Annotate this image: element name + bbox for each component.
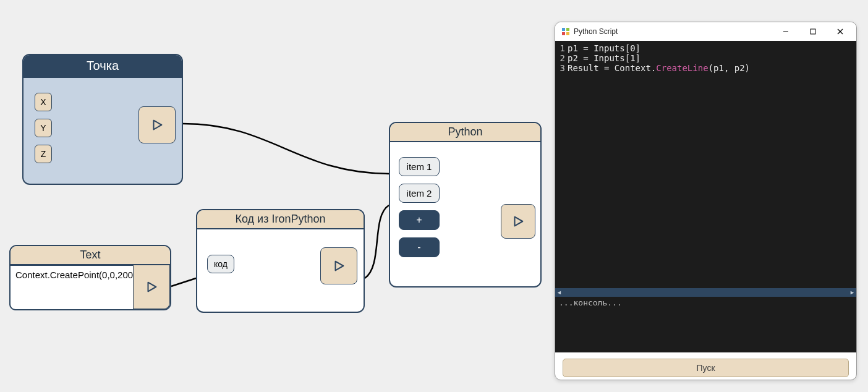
tochka-run-button[interactable] — [138, 106, 176, 143]
maximize-icon — [810, 28, 816, 35]
node-text-title: Text — [11, 246, 170, 265]
python-add-button[interactable]: + — [399, 210, 440, 230]
python-run-button[interactable] — [501, 204, 535, 239]
horizontal-scrollbar[interactable]: ◄► — [555, 288, 856, 297]
run-script-button[interactable]: Пуск — [563, 359, 849, 377]
python-item-1[interactable]: item 1 — [399, 157, 440, 176]
scroll-right-icon[interactable]: ► — [849, 290, 855, 296]
python-item-2[interactable]: item 2 — [399, 184, 440, 203]
line-number: 3 — [555, 63, 568, 73]
svg-rect-0 — [562, 28, 565, 31]
minimize-icon — [783, 28, 789, 35]
maximize-button[interactable] — [799, 22, 827, 41]
close-icon — [837, 28, 843, 35]
code-chip[interactable]: код — [207, 255, 234, 273]
node-tochka[interactable]: Точка X Y Z — [22, 54, 183, 185]
play-icon — [332, 259, 346, 273]
titlebar[interactable]: Python Script — [555, 22, 856, 41]
node-python-title: Python — [390, 123, 540, 142]
play-icon — [150, 118, 164, 132]
code-editor[interactable]: 1p1 = Inputs[0] 2p2 = Inputs[1] 3Result … — [555, 41, 856, 288]
port-z[interactable]: Z — [35, 145, 52, 163]
node-ironpython-title: Код из IronPython — [197, 210, 364, 229]
scroll-left-icon[interactable]: ◄ — [556, 290, 562, 296]
app-icon — [561, 27, 570, 36]
python-script-window[interactable]: Python Script 1p1 = Inputs[0] 2p2 = Inpu… — [555, 22, 857, 380]
window-title: Python Script — [574, 27, 772, 36]
node-tochka-title: Точка — [23, 55, 182, 78]
text-value[interactable]: Context.CreatePoint(0,0,200) — [9, 265, 134, 310]
svg-rect-5 — [811, 29, 815, 34]
node-python[interactable]: Python item 1 item 2 + - — [389, 122, 542, 288]
node-text[interactable]: Text Context.CreatePoint(0,0,200) — [9, 245, 171, 310]
svg-rect-1 — [566, 28, 569, 31]
port-y[interactable]: Y — [35, 119, 52, 137]
python-remove-button[interactable]: - — [399, 237, 440, 257]
port-x[interactable]: X — [35, 93, 52, 111]
svg-rect-3 — [566, 32, 569, 35]
ironpython-run-button[interactable] — [320, 247, 357, 284]
line-number: 2 — [555, 53, 568, 63]
line-number: 1 — [555, 43, 568, 53]
minimize-button[interactable] — [772, 22, 799, 41]
close-button[interactable] — [827, 22, 854, 41]
text-run-button[interactable] — [133, 265, 170, 309]
console-output[interactable]: ...консоль... — [555, 297, 856, 352]
play-icon — [145, 280, 158, 294]
node-ironpython[interactable]: Код из IronPython код — [196, 209, 365, 313]
play-icon — [511, 215, 525, 228]
svg-rect-2 — [562, 32, 565, 35]
